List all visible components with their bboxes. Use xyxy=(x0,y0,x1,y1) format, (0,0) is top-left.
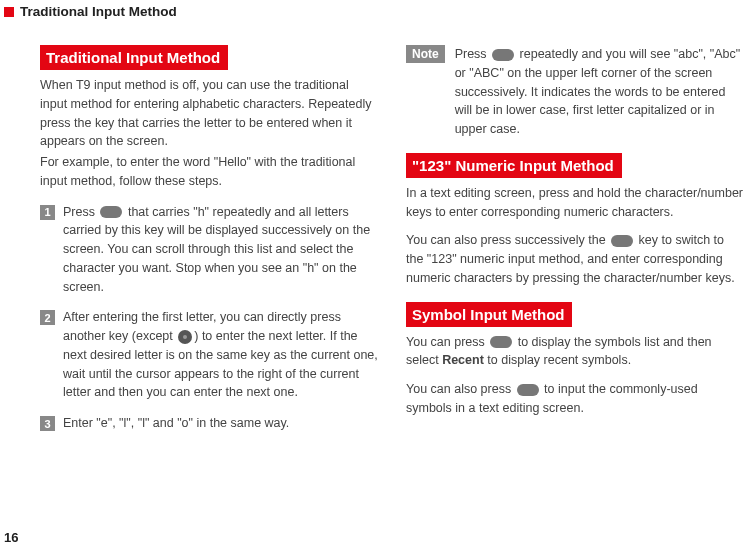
step-text: Enter "e", "l", "l" and "o" in the same … xyxy=(63,414,378,433)
symbol-p2-pre: You can also press xyxy=(406,382,515,396)
step-text: Press that carries "h" repeatedly and al… xyxy=(63,203,378,297)
left-column: Traditional Input Method When T9 input m… xyxy=(40,45,378,447)
note-block: Note Press repeatedly and you will see "… xyxy=(406,45,744,139)
step-3: 3 Enter "e", "l", "l" and "o" in the sam… xyxy=(40,414,378,433)
note-badge: Note xyxy=(406,45,445,63)
header: Traditional Input Method xyxy=(0,0,752,19)
intro-paragraph-2: For example, to enter the word "Hello" w… xyxy=(40,153,378,191)
step-2: 2 After entering the first letter, you c… xyxy=(40,308,378,402)
brand-square-icon xyxy=(4,7,14,17)
page-title: Traditional Input Method xyxy=(20,4,177,19)
symbol-p1-pre: You can press xyxy=(406,335,488,349)
step-1: 1 Press that carries "h" repeatedly and … xyxy=(40,203,378,297)
key-star-icon xyxy=(490,336,512,348)
key-star-icon xyxy=(611,235,633,247)
section-title-symbol: Symbol Input Method xyxy=(406,302,572,327)
symbol-p1-bold: Recent xyxy=(442,353,484,367)
note-text: Press repeatedly and you will see "abc",… xyxy=(455,45,744,139)
section-numeric: "123" Numeric Input Method In a text edi… xyxy=(406,153,744,288)
step-number: 2 xyxy=(40,310,55,325)
symbol-paragraph-2: You can also press to input the commonly… xyxy=(406,380,744,418)
numeric-p2-pre: You can also press successively the xyxy=(406,233,609,247)
dpad-icon xyxy=(178,330,192,344)
content-columns: Traditional Input Method When T9 input m… xyxy=(0,19,752,447)
numeric-paragraph-1: In a text editing screen, press and hold… xyxy=(406,184,744,222)
note-pre: Press xyxy=(455,47,490,61)
step-text-pre: Enter "e", "l", "l" and "o" in the same … xyxy=(63,416,289,430)
section-traditional: Traditional Input Method When T9 input m… xyxy=(40,45,378,433)
step-text: After entering the first letter, you can… xyxy=(63,308,378,402)
key-star-icon xyxy=(492,49,514,61)
right-column: Note Press repeatedly and you will see "… xyxy=(406,45,744,447)
step-number: 3 xyxy=(40,416,55,431)
step-number: 1 xyxy=(40,205,55,220)
numeric-paragraph-2: You can also press successively the key … xyxy=(406,231,744,287)
intro-paragraph-1: When T9 input method is off, you can use… xyxy=(40,76,378,151)
symbol-paragraph-1: You can press to display the symbols lis… xyxy=(406,333,744,371)
step-text-pre: Press xyxy=(63,205,98,219)
key-1-icon xyxy=(517,384,539,396)
key-4-icon xyxy=(100,206,122,218)
section-title-traditional: Traditional Input Method xyxy=(40,45,228,70)
section-symbol: Symbol Input Method You can press to dis… xyxy=(406,302,744,418)
symbol-p1-post: to display recent symbols. xyxy=(484,353,631,367)
section-title-numeric: "123" Numeric Input Method xyxy=(406,153,622,178)
page-number: 16 xyxy=(4,530,18,545)
